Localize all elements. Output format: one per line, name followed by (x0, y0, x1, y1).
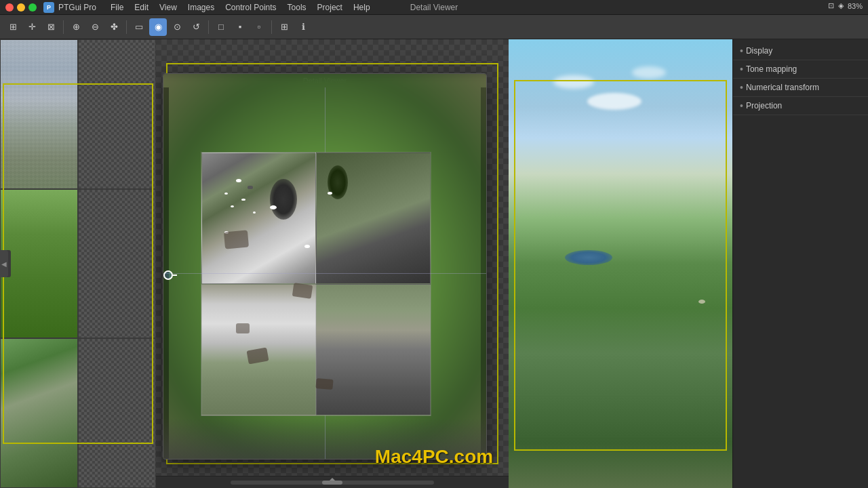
tile-bl (201, 284, 316, 415)
section-projection-label: Projection (746, 101, 782, 110)
toolbar-separator-3 (208, 20, 209, 34)
right-panorama-panel (509, 39, 732, 488)
traffic-lights (5, 3, 37, 12)
section-tone-label: Tone mapping (746, 64, 797, 74)
wifi-icon: ◈ (838, 1, 844, 10)
tile-br (316, 284, 431, 415)
tool-box1[interactable]: □ (212, 18, 230, 36)
control-point-dot[interactable] (163, 270, 173, 280)
center-h-line (163, 273, 486, 274)
menu-help[interactable]: Help (349, 2, 375, 13)
tool-select[interactable]: ⊞ (4, 18, 22, 36)
toolbar-separator-2 (126, 20, 127, 34)
menu-tools[interactable]: Tools (283, 2, 311, 13)
tool-move[interactable]: ✛ (23, 18, 41, 36)
tool-save[interactable]: ⊞ (275, 18, 293, 36)
tool-box3[interactable]: ▫ (250, 18, 268, 36)
tool-cp[interactable]: ⊕ (67, 18, 85, 36)
maximize-button[interactable] (28, 3, 37, 12)
left-panel-collapse[interactable]: ◀ (0, 250, 8, 277)
scroll-track (231, 481, 434, 485)
tile-tr (316, 152, 431, 284)
section-projection: • Projection (733, 97, 868, 115)
close-button[interactable] (5, 3, 14, 12)
tool-mask[interactable]: ✤ (105, 18, 123, 36)
menu-project[interactable]: Project (313, 2, 347, 13)
bullet-projection: • (740, 100, 743, 111)
toolbar-separator-1 (63, 20, 64, 34)
scroll-triangle (330, 478, 335, 481)
tool-info[interactable]: ℹ (294, 18, 312, 36)
section-display-label: Display (746, 46, 772, 56)
bullet-numerical: • (740, 82, 743, 93)
section-display-header[interactable]: • Display (733, 42, 868, 60)
sidebar-right: ▶ • Display • Tone mapping • Numerical t… (732, 39, 868, 488)
thumb-strip: ◀ (0, 39, 156, 488)
window-title: Detail Viewer (410, 3, 458, 12)
left-yellow-border (3, 83, 153, 444)
tool-align[interactable]: ⊖ (86, 18, 104, 36)
status-bar-right: ⊡ ◈ 83% (828, 1, 863, 10)
toolbar: ⊞ ✛ ⊠ ⊕ ⊖ ✤ ▭ ◉ ⊙ ↺ □ ▪ ▫ ⊞ ℹ (0, 15, 868, 39)
minimize-button[interactable] (17, 3, 25, 12)
section-projection-header[interactable]: • Projection (733, 97, 868, 115)
section-display: • Display (733, 42, 868, 60)
cloud-3 (632, 66, 666, 79)
battery-percent: 83% (848, 2, 863, 10)
tool-rect[interactable]: ▭ (130, 18, 148, 36)
menu-file[interactable]: File (106, 2, 128, 13)
toolbar-separator-4 (271, 20, 272, 34)
tile-tl (201, 152, 316, 284)
app-icon: P (43, 2, 54, 13)
section-tone-mapping: • Tone mapping (733, 60, 868, 79)
tool-box2[interactable]: ▪ (231, 18, 249, 36)
section-tone-mapping-header[interactable]: • Tone mapping (733, 60, 868, 78)
menu-images[interactable]: Images (183, 2, 219, 13)
section-numerical-transform: • Numerical transform (733, 79, 868, 97)
tool-lasso[interactable]: ⊙ (168, 18, 186, 36)
tile-grid (201, 152, 431, 416)
section-numerical-label: Numerical transform (746, 83, 819, 92)
menu-view[interactable]: View (155, 2, 182, 13)
canvas-area: Detail Viewer (156, 39, 509, 488)
battery-icon: ⊡ (828, 1, 834, 10)
section-numerical-header[interactable]: • Numerical transform (733, 79, 868, 96)
menu-bar: File Edit View Images Control Points Too… (106, 2, 375, 13)
detail-viewer-content (163, 87, 486, 459)
right-yellow-border (514, 80, 727, 451)
scroll-thumb[interactable] (322, 481, 342, 485)
tool-circle[interactable]: ◉ (149, 18, 167, 36)
tool-zoom[interactable]: ⊠ (42, 18, 60, 36)
main-content: ◀ (0, 39, 868, 488)
menu-edit[interactable]: Edit (130, 2, 153, 13)
menu-control-points[interactable]: Control Points (220, 2, 281, 13)
cursor-line (173, 274, 177, 276)
bullet-tone: • (740, 64, 743, 75)
detail-viewer[interactable]: Detail Viewer (163, 73, 487, 460)
bullet-display: • (740, 45, 743, 56)
horizontal-scrollbar[interactable] (156, 476, 509, 488)
tool-arrow[interactable]: ↺ (187, 18, 205, 36)
title-bar: P PTGui Pro File Edit View Images Contro… (0, 0, 868, 15)
app-name: PTGui Pro (58, 3, 96, 12)
